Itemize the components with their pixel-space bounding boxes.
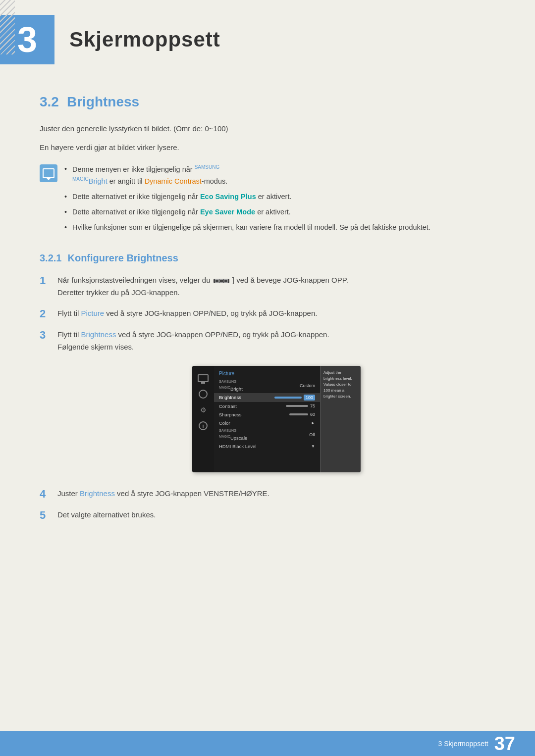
brightness-ref-1: Brightness	[79, 330, 116, 339]
contrast-label: Contrast	[219, 403, 286, 409]
brightness-ref-2: Brightness	[80, 489, 115, 498]
monitor-icon-gear: ⚙	[196, 404, 210, 415]
monitor-icon-circle	[196, 389, 210, 400]
note-icon	[40, 164, 57, 182]
contrast-row: Contrast 75	[214, 402, 320, 410]
dynamic-contrast-ref: Dynamic Contrast	[145, 177, 202, 185]
icon-box-3	[224, 279, 228, 283]
brightness-label: Brightness	[219, 395, 274, 400]
step-3-content: Flytt til Brightness ved å styre JOG-kna…	[57, 328, 495, 353]
sharpness-row: Sharpness 60	[214, 410, 320, 419]
monitor-sidebar: ⚙ i	[192, 366, 214, 472]
step-3-number: 3	[40, 328, 57, 342]
icon-box-2	[219, 279, 223, 283]
display-icon	[198, 374, 209, 382]
main-content: 3.2 Brightness Juster den generelle lyss…	[0, 89, 535, 569]
upscale-value: Off	[309, 432, 315, 437]
info-icon: i	[199, 421, 208, 430]
decorative-pattern	[0, 0, 15, 54]
picture-ref: Picture	[79, 309, 104, 317]
monitor-menu: Picture SAMSUNGMAGICBright Custom Bright…	[214, 366, 320, 472]
steps-list: 1 Når funksjonstastveiledningen vises, v…	[40, 274, 495, 353]
monitor-ui: ⚙ i Picture SAMSUNGMAGICBright	[192, 366, 361, 472]
magic-bright-row: SAMSUNGMAGICBright Custom	[214, 378, 320, 393]
icon-box-1	[215, 279, 219, 283]
sharpness-bar	[289, 413, 308, 415]
contrast-bar	[286, 405, 308, 407]
samsung-brand-2: SAMSUNGMAGIC	[219, 429, 236, 438]
section-number: 3.2	[40, 94, 59, 110]
note-item-1: Denne menyen er ikke tilgjengelig når SA…	[64, 163, 495, 187]
note-item-4: Hvilke funksjoner som er tilgjengelige p…	[64, 222, 495, 233]
note-item-3: Dette alternativet er ikke tilgjengelig …	[64, 206, 495, 218]
contrast-value: 75	[310, 403, 315, 408]
step-4-content: Juster Brightness ved å styre JOG-knappe…	[57, 487, 495, 500]
step-5: 5 Det valgte alternativet brukes.	[40, 508, 495, 522]
step-5-number: 5	[40, 508, 57, 522]
step-5-content: Det valgte alternativet brukes.	[57, 508, 495, 521]
upscale-row: SAMSUNGMAGICUpscale Off	[214, 427, 320, 442]
sharpness-value: 60	[310, 412, 315, 417]
note-icon-shape	[43, 168, 54, 178]
section-heading: 3.2 Brightness	[40, 94, 495, 110]
step-1-text: Når funksjonstastveiledningen vises, vel…	[57, 276, 348, 284]
monitor-icon-display	[196, 373, 210, 384]
step-4-number: 4	[40, 487, 57, 501]
subsection-heading: 3.2.1 Konfigurere Brightness	[40, 252, 495, 264]
samsung-brand: SAMSUNGMAGIC	[219, 380, 236, 389]
step-2-text: Flytt til Picture ved å styre JOG-knappe…	[57, 309, 317, 317]
hdmi-label: HDMI Black Level	[219, 444, 311, 449]
step-2-content: Flytt til Picture ved å styre JOG-knappe…	[57, 307, 495, 320]
circle-icon	[199, 390, 208, 399]
step-2: 2 Flytt til Picture ved å styre JOG-knap…	[40, 307, 495, 320]
step-5-text: Det valgte alternativet brukes.	[57, 510, 156, 519]
section-title: Brightness	[67, 94, 139, 110]
brightness-value: 100	[304, 395, 315, 401]
step-1: 1 Når funksjonstastveiledningen vises, v…	[40, 274, 495, 299]
chapter-number: 3	[17, 22, 37, 57]
subsection-title: Konfigurere Brightness	[67, 252, 178, 264]
step-1-number: 1	[40, 274, 57, 287]
step-4: 4 Juster Brightness ved å styre JOG-knap…	[40, 487, 495, 501]
step-1-text2: Deretter trykker du på JOG-knappen.	[57, 288, 180, 297]
monitor-tooltip: Adjust the brightness level. Values clos…	[320, 366, 361, 472]
menu-icon	[214, 279, 229, 283]
step-1-content: Når funksjonstastveiledningen vises, vel…	[57, 274, 495, 299]
magic-bright-label: SAMSUNGMAGICBright	[219, 380, 300, 392]
monitor-icon-info: i	[196, 420, 210, 431]
tooltip-text: Adjust the brightness level. Values clos…	[323, 370, 352, 399]
gear-icon: ⚙	[199, 405, 208, 414]
color-row: Color ►	[214, 419, 320, 427]
subsection-number: 3.2.1	[40, 252, 61, 264]
step-3-text2: Følgende skjerm vises.	[57, 343, 134, 351]
chapter-header: 3 Skjermoppsett	[0, 0, 535, 79]
monitor-image: ⚙ i Picture SAMSUNGMAGICBright	[192, 366, 361, 472]
page-footer: 3 Skjermoppsett 37	[0, 731, 535, 756]
note-list: Denne menyen er ikke tilgjengelig når SA…	[64, 163, 495, 238]
description-1: Juster den generelle lysstyrken til bild…	[40, 122, 495, 135]
page-container: 3 Skjermoppsett 3.2 Brightness Juster de…	[0, 0, 535, 756]
hdmi-arrow: ▼	[311, 444, 315, 449]
step-4-text: Juster Brightness ved å styre JOG-knappe…	[57, 489, 269, 498]
steps-list-2: 4 Juster Brightness ved å styre JOG-knap…	[40, 487, 495, 522]
upscale-label: SAMSUNGMAGICUpscale	[219, 429, 309, 441]
note-item-2: Dette alternativet er ikke tilgjengelig …	[64, 191, 495, 202]
magic-bright-ref-1: Bright	[89, 177, 107, 185]
menu-header: Picture	[214, 371, 320, 378]
monitor-screenshot: ⚙ i Picture SAMSUNGMAGICBright	[57, 366, 495, 472]
brightness-row: Brightness 100	[214, 393, 320, 402]
description-2: En høyere verdi gjør at bildet virker ly…	[40, 141, 495, 154]
magic-bright-value: Custom	[300, 383, 315, 388]
step-3-text: Flytt til Brightness ved å styre JOG-kna…	[57, 330, 329, 339]
note-box: Denne menyen er ikke tilgjengelig når SA…	[40, 163, 495, 238]
sharpness-label: Sharpness	[219, 412, 289, 417]
footer-page-number: 37	[494, 734, 515, 753]
hdmi-row: HDMI Black Level ▼	[214, 442, 320, 451]
footer-text: 3 Skjermoppsett	[438, 740, 488, 748]
color-arrow: ►	[311, 421, 315, 425]
brightness-bar	[274, 397, 302, 399]
chapter-title: Skjermoppsett	[69, 28, 220, 51]
step-3: 3 Flytt til Brightness ved å styre JOG-k…	[40, 328, 495, 353]
eco-saving-ref: Eco Saving Plus	[200, 193, 256, 201]
step-2-number: 2	[40, 307, 57, 320]
